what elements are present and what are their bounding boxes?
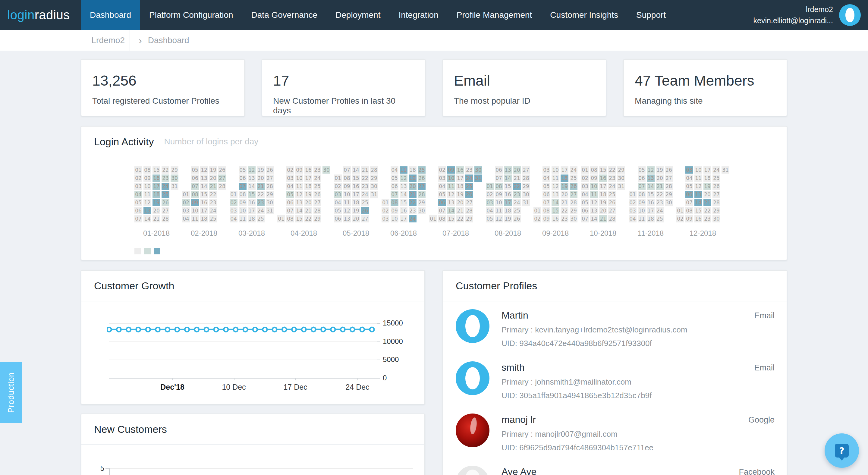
profile-row-2[interactable]: manoj lrPrimary : manojlr007@gmail.comUI… xyxy=(443,406,786,458)
heatmap-day[interactable]: 31 xyxy=(266,207,274,214)
heatmap-day[interactable]: 22 xyxy=(561,207,568,214)
heatmap-day[interactable]: 06 xyxy=(495,166,503,173)
heatmap-day[interactable]: 24 xyxy=(161,183,169,190)
heatmap-day[interactable]: 14 xyxy=(647,183,655,190)
heatmap-day[interactable]: 04 xyxy=(581,191,589,198)
heatmap-day[interactable]: 13 xyxy=(400,183,407,190)
heatmap-day[interactable]: 15 xyxy=(153,166,160,173)
heatmap-day[interactable]: 11 xyxy=(638,215,646,222)
heatmap-day[interactable]: 19 xyxy=(656,166,664,173)
heatmap-day[interactable]: 08 xyxy=(286,215,294,222)
heatmap-day[interactable]: 11 xyxy=(144,191,151,198)
heatmap-day[interactable]: 31 xyxy=(617,183,625,190)
heatmap-day[interactable]: 26 xyxy=(418,175,426,182)
heatmap-day[interactable]: 09 xyxy=(542,215,550,222)
heatmap-day[interactable]: 14 xyxy=(400,191,407,198)
heatmap-day[interactable]: 16 xyxy=(456,166,464,173)
heatmap-day[interactable]: 11 xyxy=(296,183,303,190)
heatmap-day[interactable]: 19 xyxy=(456,191,464,198)
heatmap-day[interactable]: 27 xyxy=(522,166,530,173)
heatmap-day[interactable]: 26 xyxy=(665,166,673,173)
heatmap-day[interactable]: 05 xyxy=(685,183,693,190)
heatmap-day[interactable]: 09 xyxy=(144,175,151,182)
heatmap-day[interactable]: 17 xyxy=(248,207,255,214)
heatmap-day[interactable]: 12 xyxy=(200,166,208,173)
heatmap-day[interactable]: 03 xyxy=(629,207,637,214)
heatmap-day[interactable]: 02 xyxy=(334,183,342,190)
heatmap-day[interactable]: 30 xyxy=(712,215,720,222)
heatmap-day[interactable]: 07 xyxy=(343,166,351,173)
heatmap-day[interactable]: 04 xyxy=(134,191,142,198)
heatmap-day[interactable]: 15 xyxy=(694,207,702,214)
heatmap-day[interactable]: 05 xyxy=(542,183,550,190)
heatmap-day[interactable]: 06 xyxy=(391,183,398,190)
heatmap-day[interactable]: 06 xyxy=(239,175,247,182)
heatmap-day[interactable]: 25 xyxy=(513,207,521,214)
heatmap-day[interactable]: 23 xyxy=(257,199,265,206)
heatmap-day[interactable]: 02 xyxy=(629,199,637,206)
heatmap-day[interactable]: 31 xyxy=(522,199,530,206)
heatmap-day[interactable]: 03 xyxy=(438,175,446,182)
nav-item-data-governance[interactable]: Data Governance xyxy=(242,0,327,30)
heatmap-day[interactable]: 11 xyxy=(239,215,247,222)
heatmap-day[interactable]: 13 xyxy=(447,199,455,206)
heatmap-day[interactable]: 06 xyxy=(581,207,589,214)
heatmap-day[interactable]: 28 xyxy=(218,183,226,190)
heatmap-day[interactable]: 07 xyxy=(542,199,550,206)
heatmap-day[interactable]: 29 xyxy=(712,207,720,214)
heatmap-day[interactable]: 14 xyxy=(248,183,255,190)
heatmap-day[interactable]: 21 xyxy=(153,215,160,222)
heatmap-day[interactable]: 19 xyxy=(304,191,312,198)
heatmap-day[interactable]: 11 xyxy=(694,175,702,182)
heatmap-day[interactable]: 06 xyxy=(685,191,693,198)
heatmap-day[interactable]: 27 xyxy=(313,199,321,206)
heatmap-day[interactable]: 26 xyxy=(313,191,321,198)
heatmap-day[interactable]: 12 xyxy=(144,199,151,206)
heatmap-day[interactable]: 23 xyxy=(561,215,568,222)
heatmap-day[interactable]: 16 xyxy=(552,215,559,222)
heatmap-day[interactable]: 28 xyxy=(569,199,578,206)
heatmap-day[interactable]: 27 xyxy=(608,207,616,214)
heatmap-day[interactable]: 03 xyxy=(230,207,238,214)
heatmap-day[interactable]: 04 xyxy=(629,215,637,222)
heatmap-day[interactable]: 11 xyxy=(447,183,455,190)
heatmap-day[interactable]: 24 xyxy=(209,207,217,214)
heatmap-day[interactable]: 25 xyxy=(608,191,616,198)
heatmap-day[interactable]: 28 xyxy=(161,215,169,222)
heatmap-day[interactable]: 25 xyxy=(418,166,426,173)
heatmap-day[interactable]: 08 xyxy=(495,183,503,190)
heatmap-day[interactable]: 28 xyxy=(266,183,274,190)
heatmap-day[interactable]: 14 xyxy=(590,215,598,222)
heatmap-day[interactable]: 03 xyxy=(581,183,589,190)
heatmap-day[interactable]: 24 xyxy=(257,207,265,214)
heatmap-day[interactable]: 22 xyxy=(304,215,312,222)
heatmap-day[interactable]: 25 xyxy=(712,175,720,182)
heatmap-day[interactable]: 23 xyxy=(608,175,616,182)
heatmap-day[interactable]: 26 xyxy=(161,199,169,206)
heatmap-day[interactable]: 18 xyxy=(599,191,607,198)
nav-item-dashboard[interactable]: Dashboard xyxy=(81,0,140,30)
heatmap-day[interactable]: 17 xyxy=(304,175,312,182)
heatmap-day[interactable]: 18 xyxy=(561,175,568,182)
heatmap-day[interactable]: 06 xyxy=(438,199,446,206)
heatmap-day[interactable]: 26 xyxy=(712,183,720,190)
heatmap-day[interactable]: 17 xyxy=(647,207,655,214)
heatmap-day[interactable]: 08 xyxy=(590,166,598,173)
heatmap-day[interactable]: 24 xyxy=(361,191,369,198)
heatmap-day[interactable]: 10 xyxy=(296,175,303,182)
heatmap-day[interactable]: 06 xyxy=(286,199,294,206)
heatmap-day[interactable]: 24 xyxy=(608,183,616,190)
heatmap-day[interactable]: 12 xyxy=(590,199,598,206)
heatmap-day[interactable]: 03 xyxy=(134,183,142,190)
heatmap-day[interactable]: 21 xyxy=(704,199,711,206)
heatmap-day[interactable]: 02 xyxy=(533,215,541,222)
heatmap-day[interactable]: 21 xyxy=(513,175,521,182)
heatmap-day[interactable]: 21 xyxy=(656,183,664,190)
heatmap-day[interactable]: 04 xyxy=(230,215,238,222)
heatmap-day[interactable]: 15 xyxy=(599,166,607,173)
heatmap-day[interactable]: 01 xyxy=(629,191,637,198)
heatmap-day[interactable]: 02 xyxy=(381,207,390,214)
heatmap-day[interactable]: 15 xyxy=(248,191,255,198)
heatmap-day[interactable]: 23 xyxy=(513,191,521,198)
heatmap-day[interactable]: 08 xyxy=(542,207,550,214)
